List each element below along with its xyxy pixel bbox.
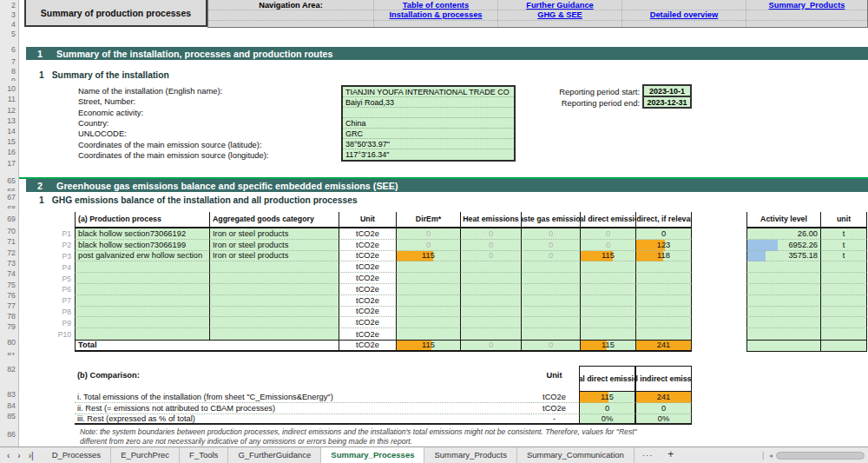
row-number[interactable]: 78 [0, 312, 16, 321]
nav-link-ghg-see[interactable]: GHG & SEE [537, 10, 582, 19]
cell-activity-unit[interactable]: t [820, 228, 867, 240]
cell-goods-category[interactable] [209, 317, 339, 328]
row-number[interactable]: 68 [0, 204, 16, 208]
cell-waste-gas[interactable]: 0 [521, 228, 580, 240]
row-number[interactable]: 71 [0, 237, 16, 246]
row-number[interactable]: 3 [0, 10, 16, 19]
row-number[interactable]: 79 [0, 322, 16, 331]
row-number[interactable]: 85 [0, 412, 16, 420]
row-number[interactable]: 10 [0, 84, 16, 93]
cell-indirect[interactable]: 123 [635, 240, 692, 251]
row-number[interactable]: 73 [0, 259, 16, 268]
nav-link-detailed-overview[interactable]: Detailed overview [650, 10, 719, 19]
economic-activity-cell[interactable] [343, 108, 514, 118]
cell-total-direct[interactable]: 0 [580, 240, 635, 251]
row-number[interactable]: 81 [0, 351, 16, 355]
cell-goods-category[interactable] [209, 284, 339, 295]
row-number[interactable]: 9 [0, 76, 16, 81]
cell-direm[interactable]: 0 [396, 240, 460, 251]
cell-direm[interactable]: 0 [396, 228, 460, 240]
tab-summary-communication[interactable]: Summary_Communication [517, 447, 635, 463]
cell-process-name[interactable]: post galvanized erw hollow section [75, 251, 209, 262]
cell-heat[interactable]: 0 [460, 240, 521, 251]
cell-total-direct[interactable]: 0 [580, 228, 635, 240]
cell-indirect[interactable]: 0 [635, 228, 692, 240]
prev-sheet-icon[interactable]: ‹ [7, 451, 10, 460]
row-number[interactable]: 12 [0, 106, 16, 115]
cell-goods-category[interactable]: Iron or steel products [209, 240, 339, 251]
cell-activity-level[interactable]: 6952.26 [746, 240, 820, 251]
scroll-left-icon[interactable]: ◂ [766, 452, 776, 460]
row-number[interactable]: 83 [0, 390, 16, 399]
row-number[interactable]: 70 [0, 227, 16, 235]
cell-process-name[interactable] [75, 295, 209, 307]
tab-g-furtherguidance[interactable]: G_FurtherGuidance [228, 447, 321, 463]
cell-direm[interactable]: 115 [396, 251, 460, 262]
nav-link-table-of-contents[interactable]: Table of contents [403, 1, 469, 10]
nav-link-installation-processes[interactable]: Installation & processes [390, 10, 483, 19]
horizontal-scrollbar-thumb[interactable] [776, 452, 865, 460]
more-tabs-icon[interactable]: ··· [635, 447, 661, 463]
row-number[interactable]: 77 [0, 301, 16, 310]
cell-process-name[interactable] [75, 317, 209, 328]
row-number[interactable]: 82 [0, 365, 16, 374]
unlocode-cell[interactable]: GRC [343, 129, 514, 139]
row-number[interactable]: 86 [0, 430, 16, 439]
add-sheet-icon[interactable]: + [661, 447, 681, 463]
tab-summary-processes[interactable]: Summary_Processes [321, 447, 424, 463]
row-number[interactable]: 7 [0, 57, 16, 66]
cell-process-name[interactable] [75, 284, 209, 295]
tab-f-tools[interactable]: F_Tools [180, 447, 228, 463]
cell-goods-category[interactable] [209, 295, 339, 307]
latitude-cell[interactable]: 38°50'33.97" [343, 139, 514, 149]
row-number[interactable]: 13 [0, 116, 16, 125]
row-number[interactable]: 66 [0, 187, 16, 191]
cell-goods-category[interactable]: Iron or steel products [209, 251, 339, 262]
cell-process-name[interactable] [75, 273, 209, 284]
nav-link-summary-products[interactable]: Summary_Products [769, 1, 845, 10]
tab-e-purchprec[interactable]: E_PurchPrec [111, 447, 180, 463]
row-number[interactable]: 4 [0, 20, 16, 29]
row-number[interactable]: 5 [0, 30, 16, 38]
row-number[interactable]: 11 [0, 95, 16, 103]
cell-goods-category[interactable] [209, 328, 339, 340]
row-number[interactable]: 2 [0, 1, 16, 10]
cell-heat[interactable]: 0 [460, 228, 521, 240]
row-number[interactable]: 6 [0, 45, 16, 54]
row-number[interactable]: 67 [0, 193, 16, 202]
cell-goods-category[interactable]: Iron or steel products [209, 228, 339, 240]
nav-link-further-guidance[interactable]: Further Guidance [526, 1, 594, 10]
reporting-period-end-cell[interactable]: 2023-12-31 [642, 96, 692, 109]
cell-goods-category[interactable] [209, 307, 339, 318]
row-number[interactable]: 69 [0, 215, 16, 223]
cell-process-name[interactable]: black hollow section73066192 [75, 228, 209, 240]
cell-process-name[interactable]: black hollow section73066199 [75, 240, 209, 251]
tab-d-processes[interactable]: D_Processes [43, 447, 112, 463]
row-number[interactable]: 16 [0, 148, 16, 156]
cell-activity-unit[interactable]: t [820, 251, 867, 262]
cell-heat[interactable]: 0 [460, 251, 521, 262]
row-number[interactable]: 72 [0, 248, 16, 257]
cell-process-name[interactable] [75, 307, 209, 318]
cell-activity-level[interactable]: 26.00 [746, 228, 820, 240]
cell-process-name[interactable] [75, 328, 209, 340]
installation-name-cell[interactable]: TIANJIN YOUFA INTERNATIONAL TRADE CO [343, 87, 514, 97]
country-cell[interactable]: China [343, 118, 514, 129]
cell-activity-level[interactable]: 3575.18 [746, 251, 820, 262]
next-sheet-icon[interactable]: › [17, 451, 20, 460]
cell-total-direct[interactable]: 115 [580, 251, 635, 262]
tab-summary-products[interactable]: Summary_Products [424, 447, 516, 463]
cell-process-name[interactable] [75, 261, 209, 273]
longitude-cell[interactable]: 117°3'16.34" [343, 149, 514, 160]
street-number-cell[interactable]: Baiyi Road,33 [343, 97, 514, 108]
row-number[interactable]: 17 [0, 159, 16, 168]
row-number[interactable]: 74 [0, 269, 16, 278]
cell-waste-gas[interactable]: 0 [521, 251, 580, 262]
cell-activity-unit[interactable]: t [820, 240, 867, 251]
row-number[interactable]: 84 [0, 401, 16, 410]
row-number[interactable]: 65 [0, 176, 16, 185]
row-number[interactable]: 75 [0, 281, 16, 289]
row-number[interactable]: 8 [0, 67, 16, 76]
row-number[interactable]: 15 [0, 137, 16, 146]
cell-goods-category[interactable] [209, 273, 339, 284]
